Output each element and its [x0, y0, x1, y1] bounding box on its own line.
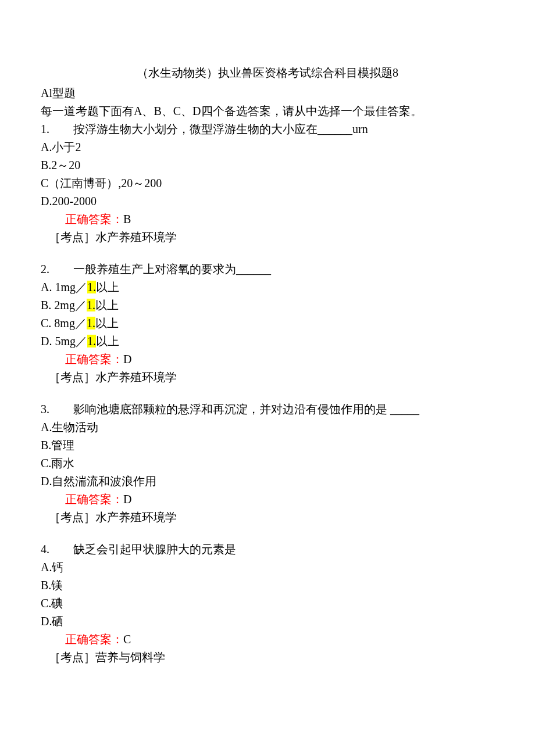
option-b: B.管理: [41, 436, 494, 454]
answer-line: 正确答案：D: [41, 350, 494, 368]
answer-line: 正确答案：D: [41, 490, 494, 508]
question-block: 3.影响池塘底部颗粒的悬浮和再沉淀，并对边沿有侵蚀作用的是 _____ A.生物…: [41, 400, 494, 526]
option-c: C. 8mg／1.以上: [41, 314, 494, 332]
question-text: 4.缺乏会引起甲状腺肿大的元素是: [41, 540, 494, 558]
question-block: 1.按浮游生物大小划分，微型浮游生物的大小应在______urn A.小于2 B…: [41, 120, 494, 246]
topic-line: ［考点］水产养殖环境学: [41, 508, 494, 526]
option-c: C（江南博哥）,20～200: [41, 174, 494, 192]
instructions: 每一道考题下面有A、B、C、D四个备选答案，请从中选择一个最佳答案。: [41, 102, 494, 120]
answer-line: 正确答案：B: [41, 210, 494, 228]
option-a: A.小于2: [41, 138, 494, 156]
option-a: A.生物活动: [41, 418, 494, 436]
option-d: D.自然湍流和波浪作用: [41, 472, 494, 490]
option-d: D.200-2000: [41, 192, 494, 210]
question-text: 2.一般养殖生产上对溶氧的要求为______: [41, 260, 494, 278]
option-b: B. 2mg／1.以上: [41, 296, 494, 314]
topic-line: ［考点］水产养殖环境学: [41, 228, 494, 246]
option-d: D. 5mg／1.以上: [41, 332, 494, 350]
question-block: 2.一般养殖生产上对溶氧的要求为______ A. 1mg／1.以上 B. 2m…: [41, 260, 494, 386]
question-number: 1.: [41, 120, 73, 138]
question-number: 2.: [41, 260, 73, 278]
option-c: C.碘: [41, 594, 494, 612]
question-block: 4.缺乏会引起甲状腺肿大的元素是 A.钙 B.镁 C.碘 D.硒 正确答案：C …: [41, 540, 494, 667]
topic-line: ［考点］营养与饲料学: [41, 648, 494, 667]
option-d: D.硒: [41, 612, 494, 630]
question-number: 4.: [41, 540, 73, 558]
section-header: Al型题: [41, 84, 494, 102]
option-b: B.镁: [41, 576, 494, 594]
option-c: C.雨水: [41, 454, 494, 472]
page-title: （水生动物类）执业兽医资格考试综合科目模拟题8: [41, 64, 494, 82]
question-number: 3.: [41, 400, 73, 418]
question-text: 1.按浮游生物大小划分，微型浮游生物的大小应在______urn: [41, 120, 494, 138]
topic-line: ［考点］水产养殖环境学: [41, 368, 494, 386]
option-a: A.钙: [41, 558, 494, 576]
answer-line: 正确答案：C: [41, 630, 494, 648]
option-b: B.2～20: [41, 156, 494, 174]
option-a: A. 1mg／1.以上: [41, 278, 494, 296]
question-text: 3.影响池塘底部颗粒的悬浮和再沉淀，并对边沿有侵蚀作用的是 _____: [41, 400, 494, 418]
